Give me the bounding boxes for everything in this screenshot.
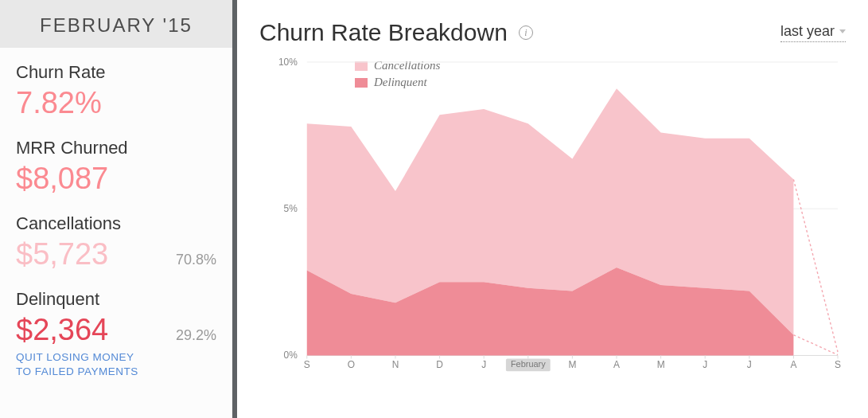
range-label: last year: [780, 23, 835, 40]
svg-text:10%: 10%: [278, 57, 298, 68]
main-panel: Churn Rate Breakdown i last year Cancell…: [237, 0, 868, 418]
svg-text:S: S: [835, 359, 841, 370]
svg-text:5%: 5%: [284, 203, 298, 214]
chevron-down-icon: [839, 29, 846, 33]
svg-text:M: M: [657, 359, 665, 370]
app-root: FEBRUARY '15 Churn Rate 7.82% MRR Churne…: [0, 0, 868, 418]
svg-text:D: D: [436, 359, 443, 370]
svg-text:J: J: [747, 359, 752, 370]
svg-text:N: N: [392, 359, 399, 370]
stat-label: Cancellations: [16, 213, 216, 234]
date-range-picker[interactable]: last year: [780, 23, 846, 42]
stat-mrr-churned: MRR Churned $8,087: [16, 138, 216, 196]
stat-percent: 29.2%: [176, 327, 216, 344]
stat-label: Churn Rate: [16, 62, 216, 83]
stat-label: MRR Churned: [16, 138, 216, 158]
stat-value: $2,364: [16, 313, 108, 347]
svg-text:M: M: [568, 359, 576, 370]
chart-svg: 10%5%0%SONDJFebruaryMAMJJAS: [259, 54, 846, 387]
stat-delinquent: Delinquent $2,364 29.2% QUIT LOSING MONE…: [16, 289, 216, 379]
stat-value: $8,087: [16, 162, 216, 196]
failed-payments-link[interactable]: QUIT LOSING MONEY TO FAILED PAYMENTS: [16, 350, 216, 379]
svg-text:J: J: [703, 359, 707, 370]
stat-value: $5,723: [16, 237, 108, 272]
sidebar-month-header: FEBRUARY '15: [0, 0, 232, 48]
main-header: Churn Rate Breakdown i last year: [259, 19, 846, 46]
svg-text:0%: 0%: [284, 350, 298, 361]
churn-breakdown-chart: Cancellations Delinquent 10%5%0%SONDJFeb…: [259, 54, 846, 389]
cta-line2: TO FAILED PAYMENTS: [16, 365, 138, 377]
svg-text:S: S: [304, 359, 310, 370]
svg-text:February: February: [511, 359, 546, 369]
cta-line1: QUIT LOSING MONEY: [16, 351, 134, 363]
stat-value: 7.82%: [16, 86, 216, 120]
svg-text:A: A: [613, 359, 620, 370]
svg-text:O: O: [348, 359, 355, 370]
sidebar-stats: Churn Rate 7.82% MRR Churned $8,087 Canc…: [0, 48, 232, 397]
stat-label: Delinquent: [16, 289, 216, 310]
stat-churn-rate: Churn Rate 7.82%: [16, 62, 216, 120]
stat-cancellations: Cancellations $5,723 70.8%: [16, 213, 216, 272]
stat-percent: 70.8%: [176, 252, 216, 268]
sidebar: FEBRUARY '15 Churn Rate 7.82% MRR Churne…: [0, 0, 237, 418]
page-title: Churn Rate Breakdown: [259, 19, 508, 46]
svg-text:A: A: [790, 359, 796, 370]
info-icon[interactable]: i: [519, 25, 533, 40]
svg-text:J: J: [481, 359, 486, 370]
